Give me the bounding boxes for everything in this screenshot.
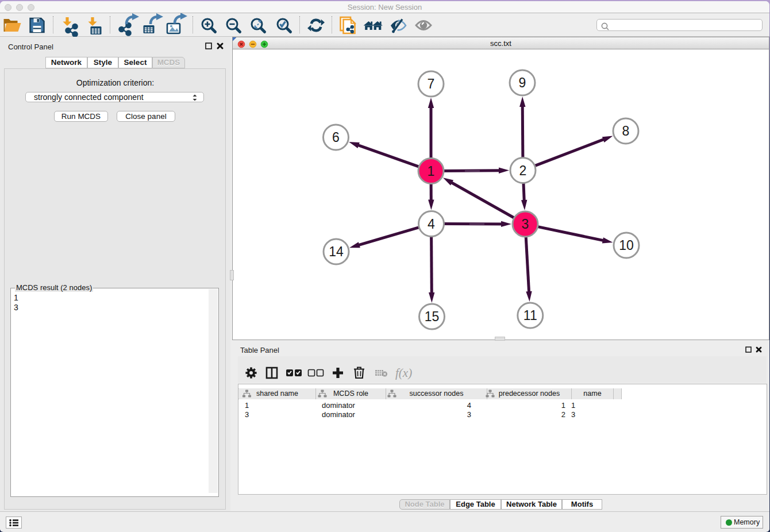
svg-text:1: 1 — [428, 164, 435, 179]
svg-text:4: 4 — [428, 217, 435, 232]
svg-text:14: 14 — [329, 244, 344, 259]
svg-text:3: 3 — [522, 217, 529, 232]
svg-text:10: 10 — [619, 238, 634, 253]
svg-text:f(x): f(x) — [395, 366, 412, 380]
svg-text:7: 7 — [428, 76, 435, 91]
svg-text:6: 6 — [332, 130, 340, 145]
svg-text:2: 2 — [519, 163, 527, 178]
svg-text:15: 15 — [425, 309, 440, 324]
svg-text:8: 8 — [622, 124, 630, 138]
svg-text:11: 11 — [523, 308, 537, 323]
svg-text:9: 9 — [519, 75, 526, 90]
